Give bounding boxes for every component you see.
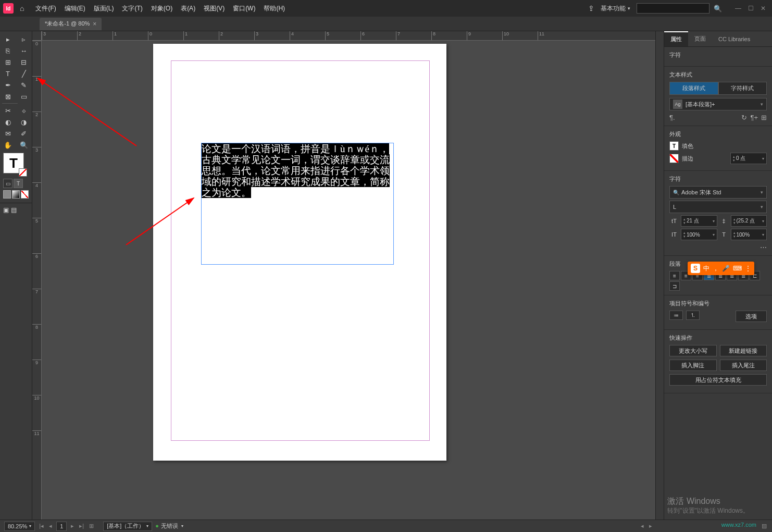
share-icon[interactable]: ⇪ — [588, 4, 594, 13]
options-button[interactable]: 选项 — [736, 311, 767, 322]
menu-window[interactable]: 窗口(W) — [229, 4, 259, 13]
preflight-status[interactable]: 无错误 — [155, 522, 178, 530]
free-transform-tool[interactable]: ⟐ — [16, 105, 32, 116]
search-icon[interactable]: 🔍 — [714, 5, 722, 13]
gradient-feather-tool[interactable]: ◑ — [16, 116, 32, 128]
pilcrow-icon[interactable]: ¶. — [669, 114, 675, 121]
maximize-button[interactable]: ☐ — [745, 4, 756, 13]
ime-punct-icon[interactable]: ， — [713, 264, 719, 273]
hscale-input[interactable]: ▴▾100%▾ — [731, 229, 767, 240]
tab-close-icon[interactable]: × — [93, 20, 96, 28]
more-options-icon[interactable]: ⋯ — [760, 243, 767, 251]
hand-tool[interactable]: ✋ — [0, 139, 16, 151]
scroll-left-button[interactable]: ◂ — [640, 523, 645, 529]
tab-pages[interactable]: 页面 — [688, 31, 712, 46]
content-placer-tool[interactable]: ⊟ — [16, 56, 32, 68]
first-page-button[interactable]: |◂ — [38, 523, 45, 529]
change-case-button[interactable]: 更改大小写 — [669, 345, 717, 356]
stroke-color-icon[interactable] — [669, 154, 679, 163]
search-input[interactable] — [637, 3, 709, 14]
stroke-swatch[interactable] — [19, 168, 27, 177]
preflight-profile-field[interactable]: [基本]（工作）▾ — [103, 522, 152, 531]
font-size-input[interactable]: ▴▾21 点▾ — [681, 215, 717, 227]
ime-toolbar[interactable]: S 中 ， 🎤 ⌨ ⋮ — [688, 262, 754, 275]
clear-override-icon[interactable]: ↻ — [741, 114, 747, 121]
selected-text[interactable]: 论文是一个汉语词语，拼音是ｌùｎｗéｎ，古典文学常见论文一词，谓交谈辞章或交流思… — [202, 143, 390, 198]
gap-tool[interactable]: ↔ — [16, 45, 32, 56]
vscale-input[interactable]: ▴▾100%▾ — [681, 229, 717, 240]
home-icon[interactable]: ⌂ — [20, 4, 24, 13]
close-button[interactable]: ✕ — [757, 4, 769, 13]
page-tool[interactable]: ⎘ — [0, 45, 16, 56]
ime-keyboard-icon[interactable]: ⌨ — [733, 265, 742, 272]
menu-layout[interactable]: 版面(L) — [90, 4, 118, 13]
stroke-weight-input[interactable]: ▴▾ 0 点 ▾ — [730, 153, 767, 164]
paragraph-style-tab[interactable]: 段落样式 — [669, 82, 718, 95]
insert-footnote-button[interactable]: 插入脚注 — [669, 360, 717, 371]
new-hyperlink-button[interactable]: 新建超链接 — [720, 345, 767, 356]
menu-edit[interactable]: 编辑(E) — [60, 4, 90, 13]
new-style-icon[interactable]: ⊞ — [761, 114, 767, 121]
vertical-scroll-strip[interactable] — [655, 31, 664, 519]
content-collector-tool[interactable]: ⊞ — [0, 56, 16, 68]
page[interactable]: 论文是一个汉语词语，拼音是ｌùｎｗéｎ，古典文学常见论文一词，谓交谈辞章或交流思… — [153, 44, 446, 461]
align-left-button[interactable]: ≡ — [669, 271, 680, 280]
new-style-pilcrow-icon[interactable]: ¶+ — [750, 114, 758, 121]
eyedropper-tool[interactable]: ✐ — [16, 128, 32, 139]
document-tab[interactable]: *未命名-1 @ 80% × — [40, 18, 102, 30]
ime-lang[interactable]: 中 — [703, 264, 709, 273]
align-away-spine-button[interactable]: ⊐ — [669, 281, 680, 291]
bulleted-list-button[interactable]: ≔ — [669, 311, 683, 320]
apply-gradient-icon[interactable] — [12, 190, 20, 199]
apply-none-icon[interactable] — [21, 190, 29, 199]
text-frame[interactable]: 论文是一个汉语词语，拼音是ｌùｎｗéｎ，古典文学常见论文一词，谓交谈辞章或交流思… — [201, 143, 394, 265]
rectangle-frame-tool[interactable]: ⊠ — [0, 91, 16, 102]
rectangle-tool[interactable]: ▭ — [16, 91, 32, 102]
scroll-right-button[interactable]: ▸ — [648, 523, 653, 529]
line-tool[interactable]: ╱ — [16, 68, 32, 79]
page-number-field[interactable]: 1 — [56, 522, 67, 531]
font-family-dropdown[interactable]: 🔍 Adobe 宋体 Std ▾ — [669, 186, 767, 199]
scissors-tool[interactable]: ✂ — [0, 105, 16, 116]
fill-color-icon[interactable]: T — [669, 141, 679, 151]
ruler-origin[interactable] — [32, 31, 42, 41]
selection-tool[interactable]: ▸ — [0, 33, 16, 45]
tab-properties[interactable]: 属性 — [664, 31, 688, 46]
pen-tool[interactable]: ✒ — [0, 79, 16, 91]
apply-color-icon[interactable] — [3, 190, 11, 199]
insert-endnote-button[interactable]: 插入尾注 — [720, 360, 767, 371]
prev-page-button[interactable]: ◂ — [48, 523, 53, 529]
menu-view[interactable]: 视图(V) — [200, 4, 229, 13]
gradient-swatch-tool[interactable]: ◐ — [0, 116, 16, 128]
menu-file[interactable]: 文件(F) — [31, 4, 60, 13]
menu-help[interactable]: 帮助(H) — [259, 4, 289, 13]
last-page-button[interactable]: ▸| — [78, 523, 85, 529]
tab-cc-libraries[interactable]: CC Libraries — [712, 31, 756, 46]
ime-settings-icon[interactable]: ⋮ — [745, 265, 751, 272]
open-spread-button[interactable]: ⊞ — [88, 523, 95, 529]
resize-grip-icon[interactable]: ▨ — [761, 523, 768, 529]
next-page-button[interactable]: ▸ — [70, 523, 75, 529]
zoom-level-field[interactable]: 80.25%▾ — [4, 522, 35, 531]
type-tool[interactable]: T — [0, 68, 16, 79]
note-tool[interactable]: ✉ — [0, 128, 16, 139]
formatting-text-icon[interactable]: T — [14, 179, 23, 188]
direct-selection-tool[interactable]: ▹ — [16, 33, 32, 45]
paragraph-style-dropdown[interactable]: Ag [基本段落]+ ▾ — [669, 98, 767, 110]
minimize-button[interactable]: — — [732, 4, 744, 13]
fill-placeholder-button[interactable]: 用占位符文本填充 — [669, 374, 767, 386]
menu-type[interactable]: 文字(T) — [118, 4, 146, 13]
leading-input[interactable]: ▴▾(25.2 点▾ — [731, 215, 767, 227]
pencil-tool[interactable]: ✎ — [16, 79, 32, 91]
formatting-container-icon[interactable]: ▭ — [3, 179, 13, 188]
canvas[interactable]: 32101234567891011 01234567891011 论文是一个汉语… — [32, 31, 664, 519]
workspace-switcher[interactable]: 基本功能▾ — [601, 4, 630, 13]
zoom-tool[interactable]: 🔍 — [16, 139, 32, 151]
menu-table[interactable]: 表(A) — [177, 4, 200, 13]
normal-view-icon[interactable]: ▣ — [3, 206, 9, 214]
numbered-list-button[interactable]: ⒈ — [686, 311, 700, 320]
menu-object[interactable]: 对象(O) — [147, 4, 177, 13]
fill-stroke-swatch[interactable]: T — [0, 153, 32, 178]
ime-mic-icon[interactable]: 🎤 — [722, 265, 730, 272]
preview-view-icon[interactable]: ▤ — [11, 206, 17, 214]
